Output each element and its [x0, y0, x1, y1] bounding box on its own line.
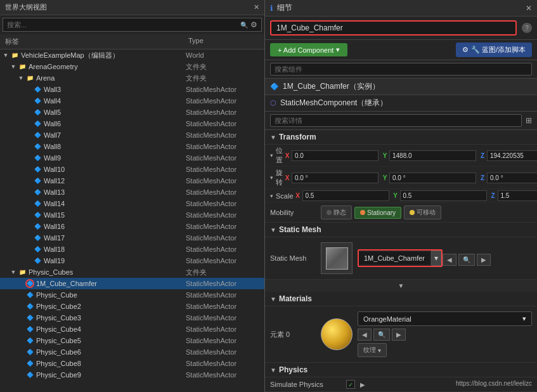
- search-icon: 🔍: [240, 22, 248, 29]
- mobility-stationary-button[interactable]: Stationary: [354, 207, 401, 219]
- actor-icon: 🔷: [33, 165, 42, 174]
- tree-item-type: StaticMeshActor: [186, 166, 262, 173]
- tree-item[interactable]: 🔷Wall10StaticMeshActor: [0, 164, 264, 175]
- grid-view-icon[interactable]: ⊞: [526, 116, 532, 125]
- scale-z-input[interactable]: [498, 190, 537, 201]
- tree-item[interactable]: 🔷Physic_Cube5StaticMeshActor: [0, 335, 264, 346]
- material-back-button[interactable]: ◀: [358, 329, 372, 341]
- materials-section-header[interactable]: ▼ Materials: [265, 292, 537, 306]
- column-headers: 标签 Type: [0, 34, 264, 49]
- rot-x-input[interactable]: [292, 173, 378, 183]
- tree-item[interactable]: 🔷Wall6StaticMeshActor: [0, 118, 264, 129]
- rot-y-input[interactable]: [389, 173, 476, 183]
- simulate-physics-checkbox[interactable]: [346, 380, 355, 389]
- mesh-expand-arrow[interactable]: ▼: [265, 280, 537, 292]
- details-title: 细节: [277, 3, 292, 13]
- tree-item[interactable]: 🔷Physic_Cube4StaticMeshActor: [0, 323, 264, 335]
- tree-item[interactable]: 🔷Wall16StaticMeshActor: [0, 221, 264, 232]
- details-close-button[interactable]: ✕: [526, 4, 532, 13]
- rot-x-field: X: [283, 173, 378, 183]
- tree-item-type: StaticMeshActor: [186, 120, 262, 127]
- folder-icon: 📁: [18, 62, 27, 71]
- search-detail-input[interactable]: [270, 114, 522, 127]
- filter-icon[interactable]: ⚙: [250, 20, 257, 29]
- tree-item-type: World: [186, 51, 262, 59]
- tree-item[interactable]: 🔷Wall18StaticMeshActor: [0, 244, 264, 255]
- tree-expand-icon[interactable]: ▼: [3, 52, 9, 58]
- simulate-physics-expand-icon[interactable]: ▶: [360, 381, 365, 388]
- tree-item[interactable]: 🔷Wall14StaticMeshActor: [0, 198, 264, 209]
- actor-icon: 🔷: [33, 245, 42, 254]
- tree-area[interactable]: ▼📁VehicleExampleMap（编辑器）World▼📁ArenaGeom…: [0, 49, 264, 392]
- tree-item[interactable]: 🔷Wall13StaticMeshActor: [0, 186, 264, 198]
- tree-item[interactable]: 🔷Physic_Cube8StaticMeshActor: [0, 358, 264, 369]
- tree-item[interactable]: 🔷Wall3StaticMeshActor: [0, 84, 264, 95]
- tree-item[interactable]: 🔷Wall5StaticMeshActor: [0, 107, 264, 118]
- tree-item[interactable]: 🔷Wall17StaticMeshActor: [0, 232, 264, 244]
- actor-icon: 🔷: [33, 154, 42, 162]
- tree-item[interactable]: 🔷Wall4StaticMeshActor: [0, 95, 264, 107]
- mesh-search-button[interactable]: 🔍: [458, 254, 475, 266]
- cube-preview-icon: [326, 247, 348, 270]
- rotation-label: ▾ 旋转: [270, 168, 283, 187]
- mesh-forward-button[interactable]: ▶: [477, 254, 491, 266]
- tree-item-type: 文件夹: [186, 74, 262, 83]
- mobility-static-button[interactable]: 静态: [321, 206, 352, 219]
- material-search-button[interactable]: 🔍: [373, 329, 390, 341]
- outliner-close-button[interactable]: ✕: [254, 3, 259, 11]
- tree-item[interactable]: ▼📁Arena文件夹: [0, 72, 264, 84]
- tree-expand-icon[interactable]: ▼: [10, 269, 16, 275]
- physics-section-header[interactable]: ▼ Physics: [265, 363, 537, 377]
- tree-item[interactable]: 🔷Wall9StaticMeshActor: [0, 152, 264, 164]
- pos-y-input[interactable]: [389, 150, 476, 161]
- scale-x-input[interactable]: [302, 190, 389, 201]
- add-component-button[interactable]: + Add Component ▾: [270, 43, 347, 56]
- scale-y-input[interactable]: [400, 190, 487, 201]
- texture-dropdown-button[interactable]: 纹理 ▾: [358, 343, 387, 357]
- rot-y-axis-label: Y: [380, 173, 389, 183]
- tree-item[interactable]: 🔷Wall12StaticMeshActor: [0, 175, 264, 186]
- texture-arrow-icon: ▾: [378, 347, 381, 354]
- mesh-back-button[interactable]: ◀: [443, 254, 456, 266]
- pos-x-field: X: [283, 150, 378, 161]
- outliner-search-input[interactable]: [7, 21, 238, 29]
- instance-label: 1M_Cube_Chamfer（实例）: [283, 81, 380, 92]
- tree-expand-icon[interactable]: ▼: [18, 75, 24, 81]
- static-mesh-section-header[interactable]: ▼ Static Mesh: [265, 223, 537, 237]
- blueprint-button[interactable]: ⚙ 🔧 蓝图/添加脚本: [456, 42, 532, 57]
- tree-expand-icon[interactable]: ▼: [10, 63, 16, 70]
- tree-item[interactable]: 🔷Physic_CubeStaticMeshActor: [0, 289, 264, 301]
- pos-z-input[interactable]: [487, 150, 537, 161]
- material-row: 元素 0 OrangeMaterial ▾ ◀ 🔍 ▶: [265, 306, 537, 363]
- material-dropdown-icon[interactable]: ▾: [522, 315, 526, 323]
- instance-icon: 🔷: [270, 82, 279, 91]
- outliner-search-bar: 🔍 ⚙: [3, 18, 262, 32]
- details-scroll[interactable]: 🔷 1M_Cube_Chamfer（实例） ⬡ StaticMeshCompon…: [265, 79, 537, 392]
- tree-item[interactable]: 🔷Wall7StaticMeshActor: [0, 129, 264, 141]
- tree-item[interactable]: 🔷Wall19StaticMeshActor: [0, 255, 264, 266]
- add-component-dropdown-icon: ▾: [336, 46, 340, 54]
- pos-x-input[interactable]: [292, 150, 378, 161]
- tree-item[interactable]: 🔷Physic_Cube9StaticMeshActor: [0, 369, 264, 381]
- rot-z-input[interactable]: [487, 173, 537, 183]
- mobility-movable-button[interactable]: 可移动: [404, 206, 441, 219]
- tree-item[interactable]: 🔷Wall15StaticMeshActor: [0, 209, 264, 221]
- transform-section-header[interactable]: ▼ Transform: [265, 130, 537, 145]
- tree-item[interactable]: ▼📁ArenaGeometry文件夹: [0, 61, 264, 72]
- mesh-dropdown-button[interactable]: ▾: [431, 251, 441, 266]
- search-component-input[interactable]: [270, 63, 532, 75]
- tree-item[interactable]: ▼📁VehicleExampleMap（编辑器）World: [0, 49, 264, 61]
- tree-item[interactable]: 🔷Wall8StaticMeshActor: [0, 141, 264, 152]
- tree-item-type: StaticMeshActor: [186, 234, 262, 242]
- static-dot-icon: [327, 210, 332, 215]
- materials-arrow-icon: ▼: [270, 296, 276, 303]
- help-icon[interactable]: ?: [522, 23, 532, 33]
- component-name-input[interactable]: [270, 20, 517, 36]
- tree-item[interactable]: 🔷Physic_Cube3StaticMeshActor: [0, 312, 264, 323]
- tree-item[interactable]: ▼📁Physic_Cubes文件夹: [0, 266, 264, 278]
- tree-item[interactable]: 🔷Physic_Cube6StaticMeshActor: [0, 346, 264, 358]
- actor-icon: 🔷: [25, 370, 34, 379]
- material-forward-button[interactable]: ▶: [392, 329, 406, 341]
- tree-item[interactable]: 🔷1M_Cube_ChamferStaticMeshActor: [0, 278, 264, 289]
- tree-item[interactable]: 🔷Physic_Cube2StaticMeshActor: [0, 301, 264, 312]
